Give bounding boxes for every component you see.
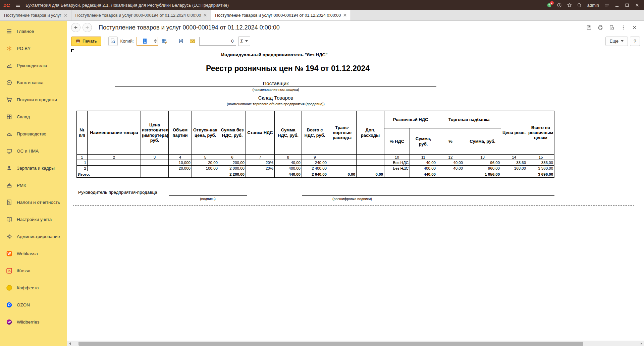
more-menu-icon[interactable] [619,23,627,32]
cash-register-icon [5,182,13,189]
main-menu-icon[interactable] [13,1,22,9]
signature-line [169,195,247,196]
price-register-table: № п/п Наименование товара Цена изготовит… [76,111,554,178]
warehouse-field: Склад Товаров (наименование торгового об… [115,95,436,106]
signature-block: Руководитель предприятия-продавца (подпи… [67,187,644,204]
sidebar-item-rmk[interactable]: РМК [0,177,67,194]
col-group-retail-vat: Розничный НДС [384,111,437,128]
tab-receipt-document-1[interactable]: Поступление товаров и услуг 0000-000194 … [71,10,211,20]
close-form-icon[interactable] [631,23,639,32]
scrollbar-thumb[interactable] [78,342,583,346]
tab-label: Поступление товаров и услуг 0000-000194 … [215,13,341,18]
sidebar-item-webkassa[interactable]: W Webkassa [0,245,67,262]
document-title: Реестр розничных цен № 194 от 01.12.2024 [76,64,499,73]
page-setup-button[interactable] [160,37,169,46]
sidebar-item-os-i-nma[interactable]: ОС и НМА [0,142,67,160]
save-icon[interactable] [585,23,593,32]
history-icon[interactable] [555,1,564,9]
total-transport: 0.00 [328,171,357,178]
coin-icon [5,79,13,86]
col-header-markup-sum: Сумма, руб. [464,128,501,155]
tab-receipt-list[interactable]: Поступление товаров и услуг [0,10,71,20]
print-preview-button[interactable] [108,37,118,46]
tab-close-icon[interactable] [64,13,67,18]
toolbar-separator [105,37,105,45]
tab-receipt-document-2[interactable]: Поступление товаров и услуг 0000-000194 … [211,10,351,20]
webkassa-logo-icon: W [5,250,13,257]
copies-input[interactable]: 1 [137,37,158,46]
table-row: 1 10,000 20,00200,00 20%40,00 240,00 Без… [77,160,554,166]
tab-close-icon[interactable] [343,13,346,18]
close-window-button[interactable] [633,1,641,9]
sidebar-item-glavnoe[interactable]: Главное [0,23,67,40]
col-header-sell-price: Отпуск-ная цена, руб. [192,111,219,155]
sidebar-item-zarplata-i-kadry[interactable]: Зарплата и кадры [0,160,67,177]
search-icon[interactable] [575,1,584,9]
total-vat-sum: 440,00 [275,171,302,178]
supplier-caption: (наименование поставщика) [115,88,436,92]
preview-icon[interactable] [608,23,616,32]
discussions-icon[interactable]: 1 [545,1,554,9]
col-header-retail-vat-pct: % НДС [384,128,410,155]
autosum-button[interactable]: Σ [238,37,251,46]
sidebar-item-kaffesta[interactable]: Каффеста [0,279,67,296]
page-break-line [73,205,634,206]
sidebar-item-bank-i-kassa[interactable]: Банк и касса [0,74,67,91]
sidebar-item-wildberries[interactable]: W Wildberries [0,313,67,331]
titlebar: 1С Бухгалтерия для Беларуси, редакция 2.… [0,0,644,10]
copies-stepper[interactable] [153,37,158,45]
svg-text:W: W [7,251,11,255]
col-header-extra: Доп. расходы [357,111,384,155]
col-header-transport: Транс-портные расходы [328,111,357,155]
user-name[interactable]: admin [587,3,599,8]
sum-indicator-field[interactable]: 0 [199,37,236,46]
wildberries-logo-icon: W [5,319,13,326]
sidebar-item-nastroyki-ucheta[interactable]: Настройки учета [0,211,67,228]
tab-close-icon[interactable] [204,13,207,18]
total-with-vat: 2 640,00 [302,171,328,178]
total-markup-sum: 1 056,00 [464,171,501,178]
sum-indicator-value: 0 [231,39,233,44]
minimize-button[interactable] [612,1,621,9]
help-button[interactable]: ? [630,37,640,46]
sidebar-item-pokupki-i-prodazhi[interactable]: Покупки и продажи [0,91,67,108]
chevron-down-icon [245,40,248,42]
print-toolbar: Печать Копий: 1 [67,34,644,48]
scrollbar-track[interactable] [72,341,639,346]
horizontal-scrollbar[interactable] [67,341,644,346]
print-button[interactable]: Печать [71,37,101,46]
forward-button[interactable] [83,23,92,32]
asterisk-icon [5,45,13,52]
spreadsheet-preview[interactable]: Индивидуальный предприниматель "без НДС"… [67,48,644,341]
print-icon[interactable] [596,23,604,32]
sidebar-item-nalogi-i-otchetnost[interactable]: Налоги и отчетность [0,194,67,211]
col-header-markup-pct: % [437,128,464,155]
sidebar-item-ozon[interactable]: O OZON [0,296,67,313]
table-row: 2 20,000 100,002 000,00 20%400,00 2 400,… [77,166,554,171]
notification-badge: 1 [550,1,554,5]
sidebar-item-ikassa[interactable]: iK iKassa [0,262,67,279]
tab-bar: Поступление товаров и услуг Поступление … [0,10,644,21]
maximize-button[interactable] [623,1,631,9]
service-menu-icon[interactable] [602,1,611,9]
scroll-right-arrow[interactable] [639,341,644,346]
send-email-button[interactable] [188,37,197,46]
sidebar-item-administrirovanie[interactable]: Администрирование [0,228,67,245]
col-header-vat-sum: Сумма НДС, руб. [275,111,302,155]
sidebar-item-sklad[interactable]: Склад [0,108,67,125]
favorites-star-icon[interactable] [565,1,574,9]
scroll-left-arrow[interactable] [67,341,72,346]
line-chart-icon [5,62,13,69]
sidebar-item-rukovoditelyu[interactable]: Руководителю [0,57,67,74]
totals-row: Итого: 2 200,00 440,00 2 640,00 0.00 0.0… [77,171,554,178]
total-retail-vat-sum: 440,00 [410,171,437,178]
col-header-volume: Объем партии [169,111,192,155]
col-header-maker-price: Цена изготовителя (импортера), руб. [141,111,169,155]
kaffesta-logo-icon [5,284,13,292]
sidebar-item-po-by[interactable]: PO.BY [0,40,67,57]
more-actions-button[interactable]: Еще [605,37,628,46]
save-document-button[interactable] [176,37,186,46]
warehouse-caption: (наименование торгового объекта предприя… [115,102,436,106]
sidebar-item-proizvodstvo[interactable]: Производство [0,125,67,142]
back-button[interactable] [71,23,80,32]
